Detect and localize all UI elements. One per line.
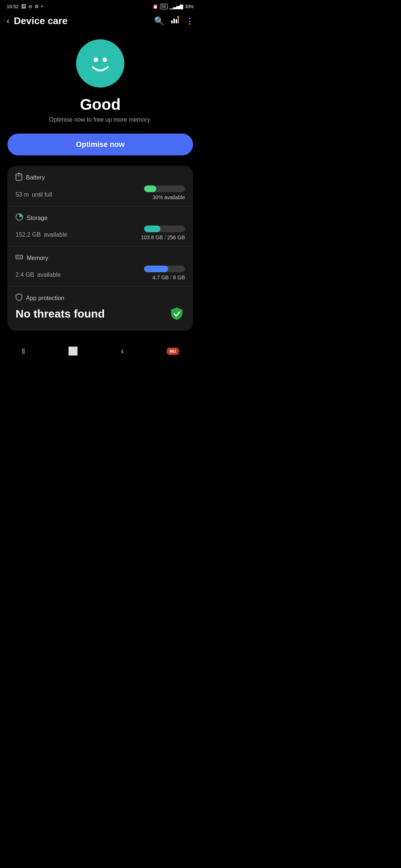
minus-icon: ⊖: [28, 4, 32, 9]
status-right: ⏰ 5G ▁▃▅▇ 30%: [153, 4, 194, 9]
nav-left: ‹ Device care: [7, 15, 68, 27]
svg-point-6: [102, 57, 107, 62]
svg-rect-9: [17, 175, 21, 177]
dot-icon: •: [41, 4, 43, 9]
battery-icon: [16, 172, 22, 183]
no-threats-label: No threats found: [16, 308, 105, 320]
battery-value: 53 m until full: [16, 187, 52, 199]
svg-rect-1: [173, 19, 175, 23]
battery-fill: [144, 185, 156, 192]
svg-rect-3: [178, 17, 179, 23]
svg-rect-8: [18, 173, 20, 174]
time-display: 10:52: [7, 4, 19, 9]
shield-check-icon: [169, 306, 185, 322]
top-nav: ‹ Device care 🔍 ⋮: [0, 11, 200, 32]
status-label: Good: [80, 96, 121, 114]
page-title: Device care: [14, 15, 68, 27]
network-5g-icon: 5G: [160, 4, 168, 9]
status-left: 10:52 🖼 ⊖ ⚙ •: [7, 4, 43, 9]
svg-rect-12: [17, 256, 18, 258]
battery-body: 53 m until full 30% available: [16, 185, 185, 200]
battery-header: Battery: [16, 172, 185, 183]
back-nav-button[interactable]: ‹: [121, 346, 124, 356]
battery-percent-label: 30% available: [153, 194, 185, 200]
memory-label: Memory: [27, 255, 48, 262]
bottom-nav: ⫴ ⬜ ‹ MU: [0, 341, 200, 361]
storage-label: Storage: [27, 215, 48, 221]
svg-rect-14: [20, 256, 21, 258]
battery-progress: [144, 185, 185, 192]
memory-header: Memory: [16, 253, 185, 263]
storage-right: 103.8 GB / 256 GB: [141, 226, 185, 240]
protection-body: No threats found: [16, 306, 185, 322]
status-sublabel: Optimise now to free up more memory.: [49, 116, 151, 123]
battery-percent: 30%: [185, 4, 194, 9]
home-button[interactable]: ⬜: [68, 346, 78, 356]
protection-label: App protection: [26, 295, 64, 302]
protection-icon: [16, 293, 22, 303]
photo-icon: 🖼: [21, 4, 26, 9]
memory-right: 4.7 GB / 8 GB: [144, 266, 185, 280]
settings-icon: ⚙: [35, 4, 39, 9]
svg-rect-15: [22, 256, 22, 258]
memory-body: 2.4 GB available 4.7 GB / 8 GB: [16, 266, 185, 280]
memory-icon: [16, 253, 23, 263]
more-options-button[interactable]: ⋮: [186, 16, 194, 26]
svg-rect-7: [16, 174, 22, 180]
storage-card[interactable]: Storage 152.2 GB available 103.8 GB /: [7, 207, 193, 247]
cards-panel: Battery 53 m until full 30% available: [7, 166, 193, 331]
protection-card[interactable]: App protection No threats found: [7, 287, 193, 328]
smiley-svg: [85, 49, 115, 78]
svg-rect-0: [171, 20, 173, 23]
status-bar: 10:52 🖼 ⊖ ⚙ • ⏰ 5G ▁▃▅▇ 30%: [0, 0, 200, 11]
alarm-icon: ⏰: [153, 4, 158, 9]
memory-detail: 4.7 GB / 8 GB: [153, 274, 185, 280]
storage-value: 152.2 GB available: [16, 227, 67, 239]
storage-progress: [144, 226, 185, 232]
battery-label: Battery: [26, 174, 45, 181]
main-content: Good Optimise now to free up more memory…: [0, 32, 200, 335]
svg-point-5: [94, 57, 98, 62]
memory-card[interactable]: Memory 2.4 GB available 4.7 GB /: [7, 247, 193, 287]
recents-button[interactable]: ⫴: [22, 346, 25, 356]
protection-header: App protection: [16, 293, 185, 303]
status-icon: [76, 39, 124, 88]
search-button[interactable]: 🔍: [154, 16, 164, 26]
svg-point-4: [177, 16, 179, 18]
recent-apps-icon[interactable]: MU: [167, 348, 179, 355]
analytics-icon[interactable]: [171, 16, 179, 26]
storage-header: Storage: [16, 213, 185, 223]
svg-rect-13: [19, 256, 19, 258]
storage-fill: [144, 226, 160, 232]
optimise-now-button[interactable]: Optimise now: [7, 134, 193, 155]
svg-rect-2: [176, 19, 177, 23]
battery-right: 30% available: [144, 185, 185, 200]
battery-card[interactable]: Battery 53 m until full 30% available: [7, 166, 193, 207]
back-button[interactable]: ‹: [7, 16, 9, 26]
memory-value: 2.4 GB available: [16, 267, 61, 279]
signal-bars-icon: ▁▃▅▇: [170, 4, 183, 9]
storage-detail: 103.8 GB / 256 GB: [141, 234, 185, 240]
storage-body: 152.2 GB available 103.8 GB / 256 GB: [16, 226, 185, 240]
nav-right: 🔍 ⋮: [154, 16, 194, 26]
storage-icon: [16, 213, 23, 223]
memory-progress: [144, 266, 185, 272]
memory-fill: [144, 266, 168, 272]
